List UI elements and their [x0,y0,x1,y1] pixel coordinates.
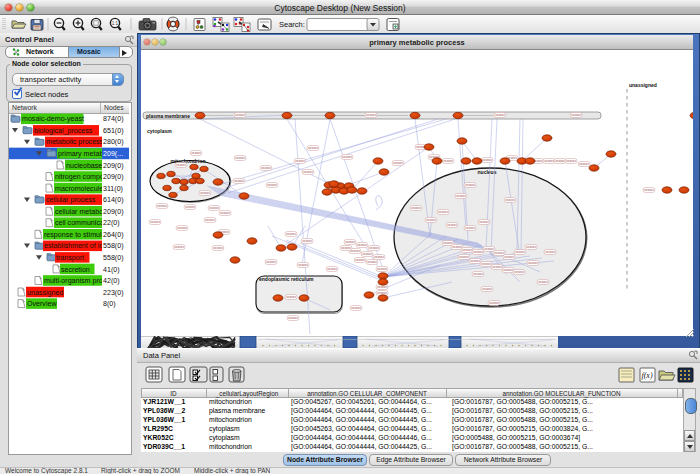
svg-text:xxxxxx: xxxxxx [205,218,215,222]
svg-text:xxxxxx: xxxxxx [150,220,160,224]
svg-text:xxxxxx: xxxxxx [351,306,361,310]
svg-text:223(0): 223(0) [103,289,124,297]
svg-text:xxxxxx: xxxxxx [495,113,505,117]
svg-text:xxxxxx: xxxxxx [286,232,296,236]
svg-text:xxxxxx: xxxxxx [367,260,377,264]
svg-text:xxxxxx: xxxxxx [327,267,337,271]
svg-text:nucleus: nucleus [478,169,497,175]
svg-text:xxxxxx: xxxxxx [235,113,245,117]
svg-text:Search:: Search: [279,20,305,29]
svg-text:xxxxxx: xxxxxx [220,211,230,215]
svg-text:1:1: 1:1 [112,21,119,26]
svg-text:xxxxxx: xxxxxx [528,261,538,265]
svg-text:xxxxxx: xxxxxx [494,251,504,255]
svg-text:xxxxxx: xxxxxx [545,250,555,254]
svg-text:22(0): 22(0) [103,219,120,227]
svg-text:xxxxxx: xxxxxx [377,285,387,289]
svg-text:xxxxxx: xxxxxx [234,179,244,183]
svg-text:xxxxxx: xxxxxx [176,163,186,167]
svg-text:209(0): 209(0) [103,173,124,181]
svg-text:xxxxxx: xxxxxx [479,220,489,224]
svg-text:xxxxxx: xxxxxx [288,316,298,320]
svg-text:xxxxxx: xxxxxx [213,246,223,250]
svg-text:xxxxxx: xxxxxx [393,161,403,165]
svg-text:42(0): 42(0) [103,277,120,285]
svg-text:xxxxxx: xxxxxx [438,210,448,214]
svg-text:xxxxxx: xxxxxx [538,280,548,284]
svg-text:xxxxxx: xxxxxx [465,183,475,187]
svg-text:mosaic-demo-yeast: mosaic-demo-yeast [22,115,84,123]
svg-text:xxxxxx: xxxxxx [555,159,565,163]
svg-text:cell communicat: cell communicat [55,219,106,227]
svg-text:transport: transport [56,254,84,262]
svg-text:xxxxxx: xxxxxx [459,255,469,259]
svg-text:311(0): 311(0) [103,185,123,193]
svg-text:xxxxxx: xxxxxx [566,159,576,163]
svg-text:280(0): 280(0) [103,138,124,146]
svg-text:xxxxxx: xxxxxx [174,245,184,249]
svg-text:xxxxxx: xxxxxx [266,260,276,264]
svg-text:xxxxxx: xxxxxx [504,255,514,259]
svg-text:xxxxxx: xxxxxx [484,247,494,251]
svg-text:209(...: 209(... [103,150,123,158]
svg-text:264(0): 264(0) [103,231,124,239]
svg-text:plasma membrane: plasma membrane [146,113,190,119]
svg-text:xxxxxx: xxxxxx [342,155,352,159]
svg-text:xxxxxx: xxxxxx [377,267,387,271]
svg-text:metabolic process: metabolic process [46,138,104,146]
svg-text:xxxxxx: xxxxxx [303,170,313,174]
svg-text:xxxxxx: xxxxxx [443,159,453,163]
svg-text:unassigned: unassigned [629,82,657,88]
svg-text:cytoplasm: cytoplasm [147,128,172,134]
svg-text:xxxxxx: xxxxxx [411,206,421,210]
svg-text:xxxxxx: xxxxxx [209,206,219,210]
svg-text:xxxxxx: xxxxxx [473,250,483,254]
svg-text:xxxxxx: xxxxxx [362,252,372,256]
svg-text:xxxxxx: xxxxxx [579,162,589,166]
svg-text:xxxxxx: xxxxxx [286,295,296,299]
svg-text:xxxxxx: xxxxxx [355,258,365,262]
svg-text:xxxxxx: xxxxxx [515,250,525,254]
svg-text:f(x): f(x) [641,371,652,380]
svg-text:558(0): 558(0) [103,242,124,250]
svg-text:xxxxxx: xxxxxx [526,245,536,249]
svg-text:xxxxxx: xxxxxx [462,248,472,252]
svg-text:xxxxxx: xxxxxx [544,159,554,163]
svg-text:primary metabo: primary metabo [58,150,107,158]
svg-text:xxxxxx: xxxxxx [456,194,466,198]
svg-text:xxxxxx: xxxxxx [644,188,654,192]
svg-text:multi-organism pro: multi-organism pro [44,277,103,285]
svg-text:cellular process: cellular process [46,196,96,204]
svg-text:xxxxxx: xxxxxx [374,255,384,259]
svg-text:xxxxxx: xxxxxx [341,246,351,250]
svg-text:Overview: Overview [27,300,57,308]
svg-text:xxxxxx: xxxxxx [345,240,355,244]
svg-text:558(0): 558(0) [103,254,124,262]
svg-text:xxxxxx: xxxxxx [482,158,492,162]
svg-text:xxxxxx: xxxxxx [235,156,245,160]
svg-text:874(0): 874(0) [103,115,124,123]
svg-text:xxxxxx: xxxxxx [267,183,277,187]
svg-text:xxxxxx: xxxxxx [470,259,480,263]
svg-text:xxxxxx: xxxxxx [308,146,318,150]
svg-text:xxxxxx: xxxxxx [489,301,499,305]
svg-text:xxxxxx: xxxxxx [473,272,483,276]
svg-text:xxxxxx: xxxxxx [452,245,462,249]
svg-text:209(0): 209(0) [103,162,124,170]
svg-text:xxxxxx: xxxxxx [503,268,513,272]
svg-text:41(0): 41(0) [103,266,120,274]
svg-text:xxxxxx: xxxxxx [481,262,491,266]
svg-text:cellular metabo: cellular metabo [55,208,103,216]
svg-text:xxxxxx: xxxxxx [369,246,379,250]
svg-text:nucleobase-: nucleobase- [66,162,105,170]
svg-text:xxxxxx: xxxxxx [357,243,367,247]
svg-text:xxxxxx: xxxxxx [298,263,308,267]
svg-text:xxxxxx: xxxxxx [177,226,187,230]
svg-text:8(0): 8(0) [103,300,116,308]
svg-text:unassigned: unassigned [27,289,63,297]
svg-text:xxxxxx: xxxxxx [302,239,312,243]
svg-text:xxxxxx: xxxxxx [571,113,581,117]
svg-text:xxxxxx: xxxxxx [366,113,376,117]
svg-text:biological_process: biological_process [34,127,93,135]
svg-text:xxxxxx: xxxxxx [465,226,475,230]
